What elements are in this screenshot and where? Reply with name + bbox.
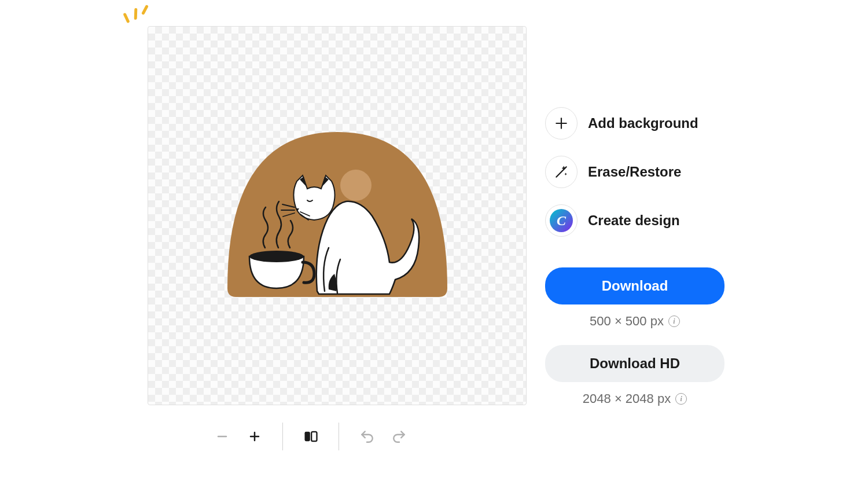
action-label: Add background — [588, 115, 698, 131]
compare-button[interactable] — [297, 423, 325, 450]
info-icon[interactable]: i — [668, 315, 680, 327]
download-size-label: 500 × 500 px i — [545, 314, 724, 329]
zoom-out-button[interactable] — [208, 423, 236, 450]
magic-eraser-icon — [545, 156, 578, 188]
actions-panel: Add background Erase/Restore C Create de… — [545, 107, 724, 253]
plus-icon — [545, 107, 578, 140]
canva-icon-wrapper: C — [545, 204, 578, 237]
sparkle-decoration — [123, 5, 152, 28]
info-icon[interactable]: i — [675, 393, 687, 405]
toolbar-separator — [282, 423, 283, 450]
download-hd-size-label: 2048 × 2048 px i — [545, 391, 724, 406]
canva-icon: C — [550, 209, 573, 232]
result-image — [222, 115, 453, 317]
canvas-toolbar — [208, 423, 413, 450]
redo-button[interactable] — [385, 423, 413, 450]
zoom-in-button[interactable] — [241, 423, 269, 450]
svg-point-0 — [340, 170, 372, 201]
image-canvas[interactable] — [148, 26, 527, 405]
download-hd-button[interactable]: Download HD — [545, 345, 724, 382]
action-label: Erase/Restore — [588, 164, 681, 180]
undo-button[interactable] — [353, 423, 381, 450]
add-background-button[interactable]: Add background — [545, 107, 724, 140]
svg-rect-13 — [311, 432, 317, 441]
download-section: Download 500 × 500 px i Download HD 2048… — [545, 267, 724, 406]
erase-restore-button[interactable]: Erase/Restore — [545, 156, 724, 188]
create-design-button[interactable]: C Create design — [545, 204, 724, 237]
action-label: Create design — [588, 212, 680, 229]
svg-point-6 — [249, 251, 304, 262]
svg-rect-12 — [305, 432, 310, 441]
toolbar-separator — [339, 423, 339, 450]
download-button[interactable]: Download — [545, 267, 724, 304]
